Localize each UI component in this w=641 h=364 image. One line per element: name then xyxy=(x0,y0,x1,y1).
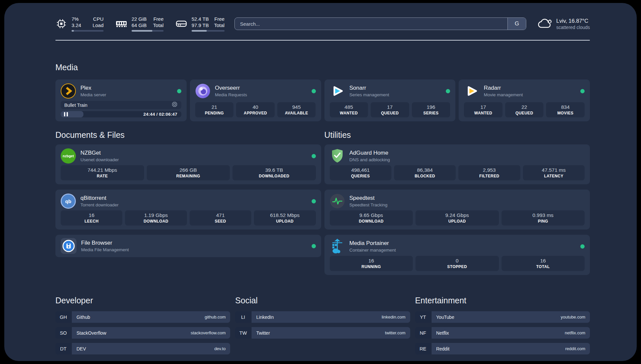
speedtest-logo-icon xyxy=(330,194,345,209)
app-card-nzbget[interactable]: nzbget NZBGet Usenet downloader 744.21 M… xyxy=(55,144,321,184)
app-description: Media server xyxy=(80,92,106,98)
stat-box: 744.21 MbpsRATE xyxy=(61,165,144,180)
memory-metric: 22 GiB64 GiB FreeTotal xyxy=(115,16,164,32)
qbittorrent-app-link[interactable]: qb qBittorrent Torrent downloader xyxy=(61,194,316,209)
system-metrics: 7%3.24 CPULoad 22 GiB64 GiB FreeTotal xyxy=(55,16,225,32)
overseerr-app-link[interactable]: Overseerr Media Requests xyxy=(195,83,316,99)
app-card-radarr[interactable]: Radarr Movie management 17WANTED 22QUEUE… xyxy=(459,79,590,121)
stat-value: 945 xyxy=(292,104,301,110)
stat-value: 196 xyxy=(427,104,435,110)
stat-value: 744.21 Mbps xyxy=(87,167,117,173)
plex-app-link[interactable]: Plex Media server xyxy=(61,83,181,99)
app-description: Media Requests xyxy=(215,92,247,98)
stat-box: 9.65 GbpsDOWNLOAD xyxy=(330,210,413,226)
stat-box: 834MOVIES xyxy=(546,102,585,117)
cloud-icon xyxy=(537,18,552,29)
stat-box: 21PENDING xyxy=(195,102,234,117)
stat-label: QUERIES xyxy=(351,173,370,179)
stat-box: 86,384BLOCKED xyxy=(394,165,456,180)
app-card-adguard[interactable]: AdGuard Home DNS and adblocking 498,461Q… xyxy=(324,144,590,184)
cpu-icon xyxy=(55,18,67,30)
radarr-app-link[interactable]: Radarr Movie management xyxy=(464,83,585,99)
link-name: Netflix xyxy=(436,330,449,336)
nzbget-app-link[interactable]: nzbget NZBGet Usenet downloader xyxy=(61,148,316,164)
app-card-overseerr[interactable]: Overseerr Media Requests 21PENDING 40APP… xyxy=(190,79,321,121)
stat-value: 17 xyxy=(387,104,393,110)
stat-value: 834 xyxy=(561,104,570,110)
link-linkedin[interactable]: LI LinkedInlinkedin.com xyxy=(235,311,410,323)
stat-box: 22QUEUED xyxy=(505,102,544,117)
link-name: Reddit xyxy=(436,346,449,351)
link-tag: DT xyxy=(55,343,71,354)
stat-value: 40 xyxy=(253,104,258,110)
link-dev[interactable]: DT DEVdev.to xyxy=(55,343,230,354)
overseerr-logo-icon xyxy=(195,83,210,99)
app-card-sonarr[interactable]: Sonarr Series management 485WANTED 17QUE… xyxy=(324,79,456,121)
filebrowser-app-link[interactable]: File Browser Media File Management xyxy=(61,238,316,254)
app-name: Overseerr xyxy=(215,84,247,91)
app-name: File Browser xyxy=(81,239,129,246)
stat-label: RUNNING xyxy=(361,264,381,269)
weather-condition: scattered clouds xyxy=(556,24,590,30)
link-twitter[interactable]: TW Twittertwitter.com xyxy=(235,327,410,339)
stat-label: WANTED xyxy=(340,110,358,116)
stat-box: 17WANTED xyxy=(464,102,503,117)
stat-label: BLOCKED xyxy=(414,173,435,179)
link-netflix[interactable]: NF Netflixnetflix.com xyxy=(415,327,590,339)
memory-total-label: Total xyxy=(153,22,164,28)
playback-time: 24:44 / 02:06:47 xyxy=(143,112,181,117)
stat-value: 47.571 ms xyxy=(542,167,565,173)
speedtest-app-link[interactable]: Speedtest Speedtest Tracking xyxy=(330,194,585,209)
stat-box: 9.24 GbpsUPLOAD xyxy=(415,210,499,226)
link-name: LinkedIn xyxy=(256,315,274,320)
adguard-app-link[interactable]: AdGuard Home DNS and adblocking xyxy=(330,148,585,164)
stat-value: 17 xyxy=(480,104,486,110)
stat-value: 498,461 xyxy=(351,167,370,173)
header: 7%3.24 CPULoad 22 GiB64 GiB FreeTotal xyxy=(55,3,590,31)
stat-box: 485WANTED xyxy=(330,102,368,117)
stat-label: UPLOAD xyxy=(448,219,466,224)
app-card-portainer[interactable]: Media Portainer Container management 16R… xyxy=(324,235,590,275)
link-url: twitter.com xyxy=(385,330,406,335)
portainer-app-link[interactable]: Media Portainer Container management xyxy=(330,239,585,254)
stat-box: 2,953FILTERED xyxy=(458,165,520,180)
link-github[interactable]: GH Githubgithub.com xyxy=(55,311,230,323)
stat-box: 266 GBREMAINING xyxy=(147,165,230,180)
stat-label: TOTAL xyxy=(536,264,550,269)
portainer-logo-icon xyxy=(330,239,345,254)
stat-box: 196SERIES xyxy=(412,102,450,117)
link-bar: StackOverflowstackoverflow.com xyxy=(72,327,230,339)
link-youtube[interactable]: YT YouTubeyoutube.com xyxy=(415,311,590,323)
cpu-progress-fill xyxy=(72,30,74,32)
disk-progress-fill xyxy=(192,30,207,32)
header-divider xyxy=(55,40,590,41)
stat-label: STOPPED xyxy=(447,264,467,269)
memory-progress-bar xyxy=(132,30,164,32)
sonarr-app-link[interactable]: Sonarr Series management xyxy=(330,83,450,99)
pause-button[interactable] xyxy=(64,112,68,116)
plex-now-playing: Bullet Train xyxy=(61,101,181,109)
app-card-qbittorrent[interactable]: qb qBittorrent Torrent downloader 16LEEC… xyxy=(55,190,321,229)
memory-total-value: 64 GiB xyxy=(132,22,147,28)
link-tag: LI xyxy=(235,311,251,323)
stat-label: FILTERED xyxy=(479,173,499,179)
cpu-load-label: Load xyxy=(93,22,104,28)
app-description: DNS and adblocking xyxy=(350,157,390,163)
link-stackoverflow[interactable]: SO StackOverflowstackoverflow.com xyxy=(55,327,230,339)
qbittorrent-logo-icon: qb xyxy=(61,194,76,209)
search-engine-button[interactable]: G xyxy=(507,18,526,30)
link-bar: Twittertwitter.com xyxy=(252,327,410,339)
stat-label: RATE xyxy=(97,173,108,179)
search-input[interactable] xyxy=(235,18,507,30)
link-reddit[interactable]: RE Redditreddit.com xyxy=(415,343,590,354)
stat-box: 498,461QUERIES xyxy=(330,165,391,180)
link-bar: LinkedInlinkedin.com xyxy=(252,311,410,323)
stat-label: LEECH xyxy=(84,219,99,224)
stat-value: 39.6 TB xyxy=(265,167,283,173)
app-card-filebrowser[interactable]: File Browser Media File Management xyxy=(55,235,321,257)
app-description: Usenet downloader xyxy=(80,157,119,163)
stat-label: QUEUED xyxy=(515,110,533,116)
stat-label: SERIES xyxy=(423,110,439,116)
app-card-plex[interactable]: Plex Media server Bullet Train 24:44 / 0… xyxy=(55,79,187,121)
app-card-speedtest[interactable]: Speedtest Speedtest Tracking 9.65 GbpsDO… xyxy=(324,190,590,229)
